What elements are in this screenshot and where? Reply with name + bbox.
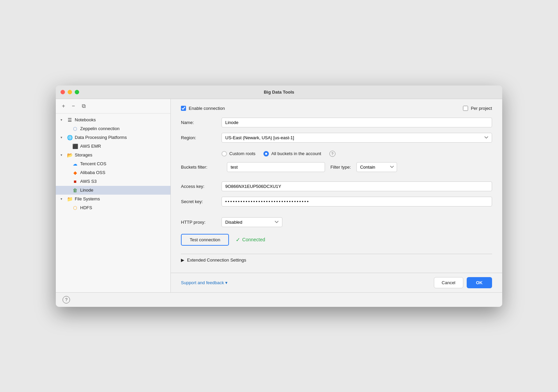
bucket-scope-radio-group: Custom roots All buckets in the account … — [222, 151, 492, 157]
secret-key-row: Secret key: — [181, 197, 492, 206]
tree-item-aws-s3[interactable]: ■ AWS S3 — [56, 177, 170, 186]
filter-type-select[interactable]: Contain Prefix Suffix Regex — [356, 162, 397, 172]
buckets-filter-label: Buckets filter: — [181, 165, 222, 170]
access-key-input[interactable] — [222, 181, 492, 191]
tree-item-aws-emr[interactable]: ⬛ AWS EMR — [56, 142, 170, 151]
title-bar: Big Data Tools — [56, 85, 502, 99]
help-icon-label: ? — [65, 297, 67, 302]
tree-item-alibaba[interactable]: ◆ Alibaba OSS — [56, 168, 170, 177]
http-proxy-select[interactable]: Disabled System default Custom — [222, 217, 282, 227]
sidebar: + − ⧉ ▾ ☰ Notebooks ⬡ Zeppelin connectio… — [56, 99, 171, 292]
tree-item-storages[interactable]: ▾ 📂 Storages — [56, 151, 170, 160]
test-connection-button[interactable]: Test connection — [181, 234, 229, 246]
custom-roots-label: Custom roots — [229, 151, 255, 156]
maximize-button[interactable] — [75, 90, 79, 94]
filesystem-icon: 📁 — [67, 196, 73, 202]
tree-label: AWS S3 — [80, 179, 97, 184]
secret-key-input[interactable] — [222, 197, 492, 206]
buckets-filter-input[interactable] — [227, 162, 325, 172]
support-label: Support and feedback — [181, 280, 224, 285]
custom-roots-radio[interactable] — [222, 151, 227, 156]
tree-item-hdfs[interactable]: ⬡ HDFS — [56, 203, 170, 212]
tree-item-notebooks[interactable]: ▾ ☰ Notebooks — [56, 116, 170, 124]
region-row: Region: US-East (Newark, USA) [us-east-1… — [181, 133, 492, 143]
data-processing-icon: 🌐 — [67, 134, 73, 141]
remove-button[interactable]: − — [70, 102, 76, 110]
name-input[interactable] — [222, 118, 492, 127]
window-title: Big Data Tools — [264, 90, 294, 95]
tree-item-linode[interactable]: 🗑 Linode — [56, 186, 170, 195]
check-icon: ✓ — [236, 237, 240, 243]
tree-label: Tencent COS — [80, 161, 106, 166]
chevron-down-icon: ▾ — [225, 280, 228, 285]
access-key-row: Access key: — [181, 181, 492, 191]
http-proxy-label: HTTP proxy: — [181, 220, 222, 225]
per-project-label: Per project — [471, 106, 492, 111]
enable-connection-checkbox[interactable] — [181, 106, 186, 111]
main-window: Big Data Tools + − ⧉ ▾ ☰ Notebooks ⬡ Zep… — [56, 85, 502, 307]
tree-label: Data Processing Platforms — [75, 135, 127, 140]
notebooks-icon: ☰ — [67, 117, 73, 123]
footer-buttons: Cancel OK — [434, 277, 492, 288]
connected-status: ✓ Connected — [236, 237, 265, 243]
minimize-button[interactable] — [68, 90, 72, 94]
arrow-icon: ▾ — [61, 197, 65, 201]
tree: ▾ ☰ Notebooks ⬡ Zeppelin connection ▾ 🌐 … — [56, 114, 170, 292]
bottom-help-bar: ? — [56, 292, 502, 307]
enable-right: Per project — [463, 106, 492, 111]
extended-label: Extended Connection Settings — [187, 258, 246, 263]
http-proxy-row: HTTP proxy: Disabled System default Cust… — [181, 217, 492, 227]
tree-label: Zeppelin connection — [80, 126, 119, 131]
enable-connection-label: Enable connection — [189, 106, 225, 111]
close-button[interactable] — [61, 90, 65, 94]
help-icon[interactable]: ? — [329, 151, 335, 157]
buckets-filter-row: Buckets filter: Filter type: Contain Pre… — [181, 162, 492, 172]
alibaba-icon: ◆ — [72, 170, 78, 176]
access-key-label: Access key: — [181, 184, 222, 189]
copy-button[interactable]: ⧉ — [80, 102, 87, 110]
linode-icon: 🗑 — [72, 187, 78, 193]
add-button[interactable]: + — [61, 102, 66, 110]
tree-label: Alibaba OSS — [80, 170, 105, 175]
tencent-icon: ☁ — [72, 161, 78, 167]
aws-s3-icon: ■ — [72, 178, 78, 185]
tree-item-zeppelin[interactable]: ⬡ Zeppelin connection — [56, 124, 170, 133]
aws-emr-icon: ⬛ — [72, 143, 78, 149]
window-controls — [61, 90, 79, 94]
tree-item-file-systems[interactable]: ▾ 📁 File Systems — [56, 195, 170, 203]
all-buckets-option[interactable]: All buckets in the account — [263, 151, 321, 156]
panel-footer: Support and feedback ▾ Cancel OK — [171, 273, 502, 292]
secret-key-label: Secret key: — [181, 199, 222, 204]
tree-item-tencent[interactable]: ☁ Tencent COS — [56, 160, 170, 168]
help-icon-label: ? — [331, 152, 333, 156]
per-project-checkbox[interactable] — [463, 106, 468, 111]
storages-icon: 📂 — [67, 152, 73, 158]
support-feedback-link[interactable]: Support and feedback ▾ — [181, 280, 228, 285]
tree-label: Storages — [75, 152, 92, 157]
sidebar-toolbar: + − ⧉ — [56, 99, 170, 114]
panel-body: Enable connection Per project Name: Regi… — [171, 99, 502, 273]
tree-label: AWS EMR — [80, 144, 101, 149]
arrow-icon: ▾ — [61, 136, 65, 139]
extended-settings-row[interactable]: ▶ Extended Connection Settings — [181, 254, 492, 266]
connected-label: Connected — [242, 237, 265, 242]
all-buckets-radio[interactable] — [263, 151, 269, 156]
filter-type-label: Filter type: — [330, 165, 351, 170]
main-content: + − ⧉ ▾ ☰ Notebooks ⬡ Zeppelin connectio… — [56, 99, 502, 292]
name-label: Name: — [181, 120, 222, 125]
arrow-icon: ▾ — [61, 153, 65, 157]
ok-button[interactable]: OK — [467, 277, 492, 288]
tree-label: Linode — [80, 188, 93, 193]
tree-label: Notebooks — [75, 117, 96, 122]
custom-roots-option[interactable]: Custom roots — [222, 151, 255, 156]
help-button[interactable]: ? — [63, 296, 70, 303]
region-select[interactable]: US-East (Newark, USA) [us-east-1] US-Wes… — [222, 133, 492, 143]
tree-label: File Systems — [75, 196, 100, 201]
cancel-button[interactable]: Cancel — [434, 277, 463, 288]
arrow-icon: ▾ — [61, 118, 65, 122]
tree-item-data-processing[interactable]: ▾ 🌐 Data Processing Platforms — [56, 133, 170, 142]
config-panel: Enable connection Per project Name: Regi… — [171, 99, 502, 292]
name-row: Name: — [181, 118, 492, 127]
extended-arrow-icon: ▶ — [181, 258, 184, 263]
all-buckets-label: All buckets in the account — [271, 151, 321, 156]
